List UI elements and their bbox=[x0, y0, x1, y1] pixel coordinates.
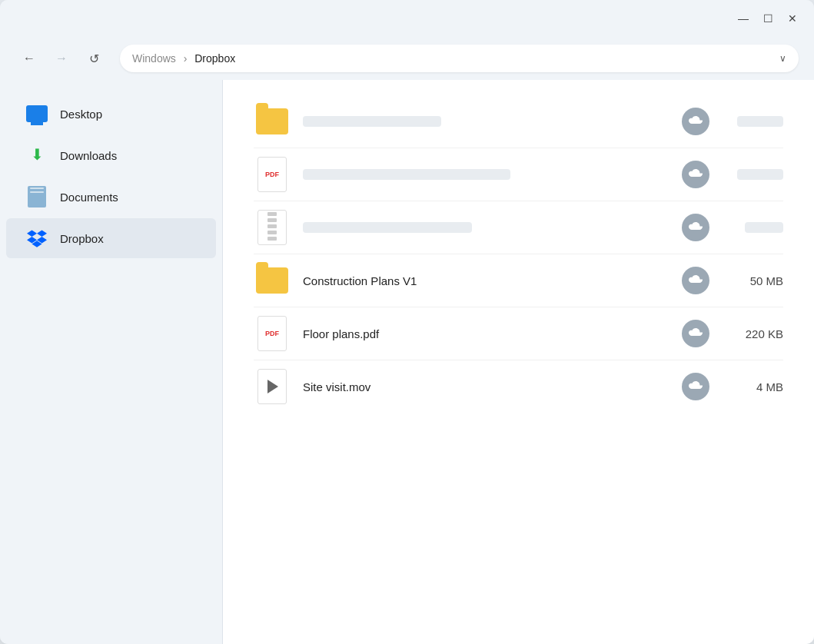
cloud-status-icon bbox=[682, 373, 709, 400]
sidebar-label-downloads: Downloads bbox=[60, 149, 117, 162]
app-window: — ☐ ✕ ← → ↺ Windows › Dropbox ∨ bbox=[0, 0, 814, 644]
cloud-status-icon bbox=[682, 161, 709, 188]
address-separator: › bbox=[181, 52, 190, 65]
file-row-placeholder-2[interactable]: PDF bbox=[254, 148, 783, 201]
cloud-status-icon bbox=[682, 267, 709, 294]
file-size-floor-plans: 220 KB bbox=[722, 327, 783, 340]
sidebar-item-desktop[interactable]: Desktop bbox=[6, 94, 216, 134]
file-row-floor-plans[interactable]: PDF Floor plans.pdf 220 KB bbox=[254, 307, 783, 360]
back-icon: ← bbox=[23, 51, 35, 65]
mov-icon bbox=[254, 368, 291, 405]
folder-icon bbox=[254, 262, 291, 299]
file-size-placeholder-3 bbox=[722, 222, 783, 233]
file-name-placeholder-1 bbox=[303, 116, 669, 127]
file-row-placeholder-3[interactable] bbox=[254, 201, 783, 254]
downloads-icon: ⬇ bbox=[25, 143, 49, 168]
titlebar: — ☐ ✕ bbox=[0, 0, 814, 37]
sidebar-item-dropbox[interactable]: Dropbox bbox=[6, 218, 216, 258]
file-size-construction: 50 MB bbox=[722, 274, 783, 287]
sidebar-label-dropbox: Dropbox bbox=[60, 232, 104, 245]
file-size-placeholder-1 bbox=[722, 116, 783, 127]
zip-icon bbox=[254, 209, 291, 246]
file-name-placeholder-2 bbox=[303, 169, 669, 180]
address-current: Dropbox bbox=[194, 52, 235, 65]
file-row-placeholder-1[interactable] bbox=[254, 95, 783, 148]
sidebar: Desktop ⬇ Downloads Documents bbox=[0, 80, 223, 644]
dropbox-icon bbox=[25, 226, 49, 251]
cloud-status-icon bbox=[682, 214, 709, 241]
address-bar[interactable]: Windows › Dropbox ∨ bbox=[120, 45, 799, 72]
address-chevron-icon: ∨ bbox=[779, 53, 786, 64]
main-layout: Desktop ⬇ Downloads Documents bbox=[0, 80, 814, 644]
forward-icon: → bbox=[55, 51, 68, 65]
file-size-placeholder-2 bbox=[722, 169, 783, 180]
file-row-construction-plans[interactable]: Construction Plans V1 50 MB bbox=[254, 254, 783, 307]
folder-icon bbox=[254, 103, 291, 140]
file-row-site-visit[interactable]: Site visit.mov 4 MB bbox=[254, 360, 783, 413]
file-name-site-visit: Site visit.mov bbox=[303, 380, 669, 393]
cloud-status-icon bbox=[682, 320, 709, 347]
sidebar-item-downloads[interactable]: ⬇ Downloads bbox=[6, 135, 216, 175]
file-name-floor-plans: Floor plans.pdf bbox=[303, 327, 669, 340]
minimize-button[interactable]: — bbox=[731, 6, 756, 31]
sidebar-label-documents: Documents bbox=[60, 191, 118, 204]
address-parent: Windows bbox=[132, 52, 176, 65]
file-list: PDF bbox=[223, 80, 814, 644]
file-size-site-visit: 4 MB bbox=[722, 380, 783, 393]
cloud-status-icon bbox=[682, 108, 709, 135]
sidebar-item-documents[interactable]: Documents bbox=[6, 177, 216, 217]
sidebar-label-desktop: Desktop bbox=[60, 108, 102, 121]
file-name-placeholder-3 bbox=[303, 222, 669, 233]
documents-icon bbox=[25, 184, 49, 209]
maximize-button[interactable]: ☐ bbox=[756, 6, 780, 31]
refresh-button[interactable]: ↺ bbox=[80, 45, 108, 72]
toolbar: ← → ↺ Windows › Dropbox ∨ bbox=[0, 37, 814, 80]
back-button[interactable]: ← bbox=[15, 45, 43, 72]
file-name-construction: Construction Plans V1 bbox=[303, 274, 669, 287]
close-button[interactable]: ✕ bbox=[780, 6, 805, 31]
desktop-icon bbox=[25, 101, 49, 126]
pdf-icon: PDF bbox=[254, 315, 291, 352]
pdf-icon: PDF bbox=[254, 156, 291, 193]
refresh-icon: ↺ bbox=[89, 51, 99, 66]
forward-button[interactable]: → bbox=[48, 45, 75, 72]
